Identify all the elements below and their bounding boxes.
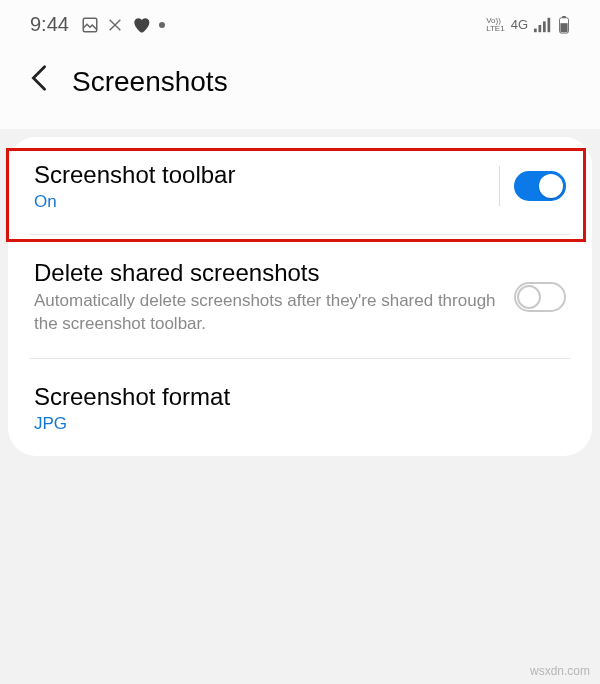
settings-panel: Screenshot toolbar On Delete shared scre… — [8, 137, 592, 456]
setting-title: Screenshot toolbar — [34, 159, 499, 190]
svg-rect-7 — [562, 16, 566, 18]
toggle-wrap — [499, 166, 566, 206]
page-title: Screenshots — [72, 66, 228, 98]
svg-rect-1 — [534, 28, 537, 32]
status-right: Vo)) LTE1 4G — [486, 16, 570, 34]
signal-icon — [534, 17, 552, 33]
screenshot-toolbar-toggle[interactable] — [514, 171, 566, 201]
network-type: 4G — [511, 17, 528, 32]
image-icon — [81, 16, 99, 34]
page-header: Screenshots — [0, 44, 600, 129]
status-time: 9:44 — [30, 13, 69, 36]
setting-status: On — [34, 192, 499, 212]
toggle-knob — [539, 174, 563, 198]
dot-icon — [159, 22, 165, 28]
setting-title: Delete shared screenshots — [34, 257, 514, 288]
svg-rect-4 — [548, 17, 551, 31]
battery-icon — [558, 16, 570, 34]
setting-description: Automatically delete screenshots after t… — [34, 290, 514, 336]
heart-icon — [131, 15, 151, 35]
screenshot-toolbar-row[interactable]: Screenshot toolbar On — [8, 137, 592, 234]
setting-value: JPG — [34, 414, 566, 434]
toggle-knob — [517, 285, 541, 309]
back-button[interactable] — [30, 64, 48, 99]
delete-shared-toggle[interactable] — [514, 282, 566, 312]
svg-rect-2 — [539, 25, 542, 32]
delete-shared-row[interactable]: Delete shared screenshots Automatically … — [8, 235, 592, 358]
setting-content: Delete shared screenshots Automatically … — [34, 257, 514, 336]
status-bar: 9:44 Vo)) LTE1 4G — [0, 0, 600, 44]
svg-rect-6 — [560, 23, 567, 32]
svg-rect-3 — [543, 21, 546, 32]
setting-content: Screenshot format JPG — [34, 381, 566, 434]
screenshot-format-row[interactable]: Screenshot format JPG — [8, 359, 592, 456]
volte-indicator: Vo)) LTE1 — [486, 17, 505, 33]
cross-icon — [107, 17, 123, 33]
setting-content: Screenshot toolbar On — [34, 159, 499, 212]
setting-title: Screenshot format — [34, 381, 566, 412]
toggle-divider — [499, 166, 500, 206]
status-left: 9:44 — [30, 13, 165, 36]
watermark: wsxdn.com — [530, 664, 590, 678]
